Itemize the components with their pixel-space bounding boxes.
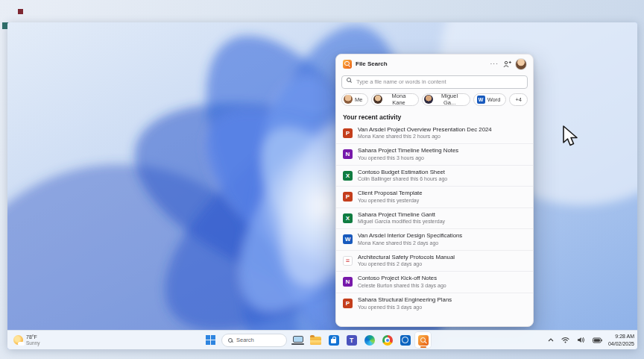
taskbar-search-label: Search: [236, 337, 254, 343]
desktop: File Search ··· Me Mona Kane Miguel Ga..…: [7, 22, 637, 349]
file-title: Sahara Project Timeline Gantt: [358, 211, 445, 219]
word-icon: W: [477, 96, 485, 104]
file-list-item[interactable]: W Van Arsdel Interior Design Specificati…: [336, 229, 533, 251]
clock[interactable]: 9:28 AM 04/02/2025: [608, 333, 634, 346]
taskbar-search-box[interactable]: Search: [221, 334, 287, 347]
file-title: Van Arsdel Project Overview Presentation…: [358, 126, 492, 134]
powerpoint-file-icon: P: [343, 299, 353, 308]
start-button[interactable]: [203, 332, 218, 348]
file-list-item[interactable]: X Contoso Budget Estimation Sheet Colin …: [336, 166, 533, 187]
avatar-mona-icon: [373, 95, 382, 104]
onenote-file-icon: N: [343, 149, 353, 159]
powerpoint-file-icon: P: [343, 128, 353, 138]
weather-temp: 78°F: [26, 334, 40, 340]
taskbar-app-outlook[interactable]: [397, 332, 413, 348]
file-list-item[interactable]: N Contoso Project Kick-off Notes Celeste…: [336, 272, 533, 293]
filter-chip-miguel-ga[interactable]: Miguel Ga...: [422, 93, 470, 106]
excel-file-icon: X: [343, 171, 353, 181]
taskbar-app-file-explorer[interactable]: [308, 332, 323, 348]
volume-icon[interactable]: [575, 336, 587, 344]
taskbar-app-file-search[interactable]: [415, 332, 431, 348]
file-list-item[interactable]: N Sahara Project Timeline Meeting Notes …: [336, 144, 533, 166]
file-meta: Miguel García modified this yesterday: [358, 219, 445, 225]
file-title: Client Proposal Template: [358, 190, 423, 197]
filter-chips: Me Mona Kane Miguel Ga... W Word +4: [336, 89, 533, 106]
filter-chip-mona-kane[interactable]: Mona Kane: [371, 93, 418, 106]
bloom-wallpaper: [7, 22, 637, 349]
file-meta: You opened this 3 days ago: [358, 305, 452, 310]
search-bar: [336, 72, 533, 89]
clock-date: 04/02/2025: [608, 341, 634, 346]
screen: File Search ··· Me Mona Kane Miguel Ga..…: [0, 0, 644, 359]
word-file-icon: W: [343, 234, 353, 244]
file-meta: Celeste Burton shared this 3 days ago: [358, 283, 446, 289]
pinned-apps: [290, 332, 431, 348]
windows-logo-icon: [206, 335, 215, 345]
filter-chip-me[interactable]: Me: [341, 93, 368, 106]
search-icon: [228, 338, 233, 343]
more-options-button[interactable]: ···: [490, 60, 499, 67]
battery-icon[interactable]: [591, 337, 604, 344]
edge-icon: [364, 335, 375, 346]
search-input[interactable]: [341, 75, 528, 89]
file-meta: Mona Kane shared this 2 hours ago: [358, 134, 492, 140]
file-title: Contoso Budget Estimation Sheet: [358, 169, 447, 176]
file-list-item[interactable]: P Client Proposal Template You opened th…: [336, 187, 533, 208]
browser-icon: [382, 335, 393, 346]
file-list-item[interactable]: ≡ Architectural Safety Protocols Manual …: [336, 251, 533, 272]
filter-chip-4[interactable]: +4: [509, 93, 528, 106]
system-tray: 9:28 AM 04/02/2025: [546, 331, 634, 349]
file-list-item[interactable]: P Sahara Structural Engineering Plans Yo…: [336, 293, 533, 315]
file-title: Sahara Structural Engineering Plans: [358, 296, 452, 304]
recent-activity-list: P Van Arsdel Project Overview Presentati…: [336, 123, 533, 327]
sun-cloud-icon: [13, 335, 23, 345]
file-title: Architectural Safety Protocols Manual: [358, 254, 455, 261]
file-meta: You opened this 3 hours ago: [358, 155, 458, 161]
taskbar-app-edge[interactable]: [362, 332, 377, 348]
taskbar-app-store[interactable]: [326, 332, 341, 348]
section-title: Your recent activity: [343, 113, 526, 121]
outlook-icon: [400, 335, 411, 346]
pdf-file-icon: ≡: [343, 256, 353, 266]
chevron-up-icon[interactable]: [546, 337, 555, 343]
search-icon: [347, 78, 351, 82]
file-title: Contoso Project Kick-off Notes: [358, 275, 446, 282]
taskbar-app-laptop[interactable]: [290, 332, 306, 348]
taskbar-app-browser[interactable]: [379, 332, 395, 348]
file-list-item[interactable]: P Van Arsdel Project Overview Presentati…: [336, 123, 533, 145]
taskbar-app-teams[interactable]: [344, 332, 359, 348]
user-avatar[interactable]: [516, 59, 526, 69]
excel-file-icon: X: [343, 213, 353, 223]
file-search-app-icon: [343, 60, 352, 69]
share-icon[interactable]: [502, 60, 512, 69]
frame-marker-red: [18, 9, 23, 14]
clock-time: 9:28 AM: [615, 334, 634, 339]
file-title: Van Arsdel Interior Design Specification…: [358, 232, 462, 240]
file-list-item[interactable]: X Sahara Project Timeline Gantt Miguel G…: [336, 208, 533, 230]
powerpoint-file-icon: P: [343, 192, 353, 202]
window-title: File Search: [356, 60, 388, 67]
weather-condition: Sunny: [26, 340, 40, 346]
store-icon: [329, 335, 339, 346]
file-search-window: File Search ··· Me Mona Kane Miguel Ga..…: [335, 54, 534, 327]
weather-widget[interactable]: 78°F Sunny: [9, 331, 44, 349]
filter-chip-word[interactable]: W Word: [473, 93, 507, 106]
onenote-file-icon: N: [343, 277, 353, 287]
taskbar-center: Search: [203, 331, 431, 349]
file-meta: You opened this 2 days ago: [358, 261, 455, 267]
wifi-icon[interactable]: [560, 336, 571, 344]
taskbar: 78°F Sunny Search: [7, 330, 637, 349]
file-meta: Colin Ballinger shared this 6 hours ago: [358, 176, 447, 182]
avatar-miguel-icon: [424, 95, 433, 104]
file-title: Sahara Project Timeline Meeting Notes: [358, 147, 458, 154]
laptop-icon: [293, 336, 303, 343]
file-search-icon: [418, 335, 429, 346]
avatar-me-icon: [344, 95, 353, 104]
teams-icon: [347, 335, 357, 346]
title-bar: File Search ···: [336, 54, 533, 72]
file-explorer-icon: [310, 337, 321, 345]
file-meta: You opened this yesterday: [358, 198, 423, 204]
file-meta: Mona Kane shared this 2 days ago: [358, 240, 462, 246]
